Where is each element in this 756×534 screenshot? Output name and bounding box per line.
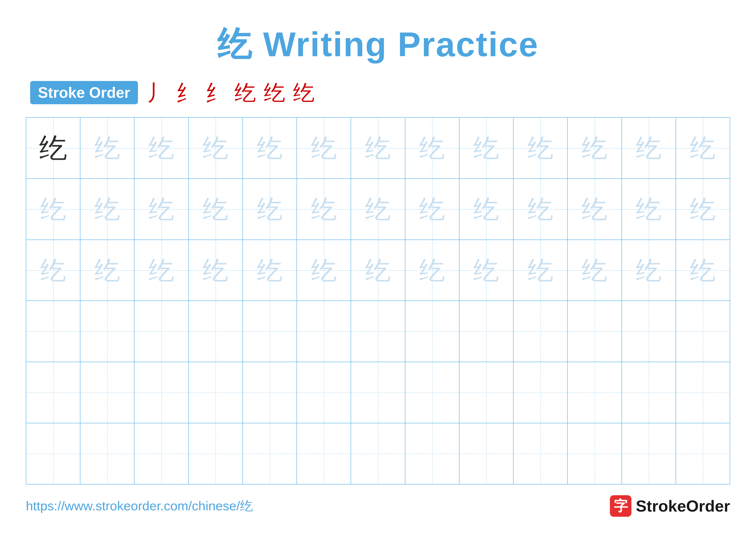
grid-cell-4-2[interactable] bbox=[80, 301, 134, 362]
grid-cell-5-9[interactable] bbox=[459, 362, 514, 423]
grid-cell-1-7[interactable]: 纥 bbox=[351, 117, 405, 178]
grid-cell-5-12[interactable] bbox=[622, 362, 676, 423]
grid-cell-1-13[interactable]: 纥 bbox=[676, 117, 730, 178]
stroke-step-5: 纥 bbox=[264, 82, 285, 103]
brand-icon: 字 bbox=[610, 495, 632, 517]
grid-cell-1-2[interactable]: 纥 bbox=[80, 117, 134, 178]
grid-cell-2-11[interactable]: 纥 bbox=[568, 179, 622, 240]
grid-cell-4-12[interactable] bbox=[622, 301, 676, 362]
grid-cell-2-8[interactable]: 纥 bbox=[405, 179, 459, 240]
grid-cell-4-4[interactable] bbox=[189, 301, 243, 362]
grid-cell-3-6[interactable]: 纥 bbox=[297, 240, 351, 301]
grid-cell-1-1[interactable]: 纥 bbox=[26, 117, 80, 178]
grid-cell-3-13[interactable]: 纥 bbox=[676, 240, 730, 301]
grid-cell-5-2[interactable] bbox=[80, 362, 134, 423]
grid-cell-6-2[interactable] bbox=[80, 423, 134, 484]
grid-cell-2-9[interactable]: 纥 bbox=[459, 179, 514, 240]
char-light: 纥 bbox=[636, 196, 662, 222]
grid-cell-1-9[interactable]: 纥 bbox=[459, 117, 514, 178]
grid-cell-5-11[interactable] bbox=[568, 362, 622, 423]
grid-cell-3-3[interactable]: 纥 bbox=[134, 240, 189, 301]
grid-row-2: 纥 纥 纥 纥 纥 纥 纥 纥 纥 纥 纥 纥 纥 bbox=[26, 179, 730, 240]
grid-cell-5-13[interactable] bbox=[676, 362, 730, 423]
stroke-step-4: 纥 bbox=[234, 82, 256, 103]
grid-cell-1-8[interactable]: 纥 bbox=[405, 117, 459, 178]
char-light: 纥 bbox=[94, 196, 120, 222]
brand-name: StrokeOrder bbox=[636, 497, 730, 515]
grid-cell-5-3[interactable] bbox=[134, 362, 189, 423]
grid-cell-6-11[interactable] bbox=[568, 423, 622, 484]
char-light: 纥 bbox=[202, 257, 229, 283]
grid-cell-6-4[interactable] bbox=[189, 423, 243, 484]
grid-cell-3-4[interactable]: 纥 bbox=[189, 240, 243, 301]
grid-cell-4-7[interactable] bbox=[351, 301, 405, 362]
char-light: 纥 bbox=[527, 257, 554, 283]
grid-cell-6-6[interactable] bbox=[297, 423, 351, 484]
grid-cell-2-10[interactable]: 纥 bbox=[514, 179, 568, 240]
title-char: 纥 bbox=[217, 25, 253, 64]
grid-cell-1-3[interactable]: 纥 bbox=[134, 117, 189, 178]
grid-cell-2-6[interactable]: 纥 bbox=[297, 179, 351, 240]
grid-cell-2-4[interactable]: 纥 bbox=[189, 179, 243, 240]
grid-cell-4-10[interactable] bbox=[514, 301, 568, 362]
grid-cell-1-5[interactable]: 纥 bbox=[243, 117, 297, 178]
grid-cell-3-11[interactable]: 纥 bbox=[568, 240, 622, 301]
grid-cell-4-1[interactable] bbox=[26, 301, 80, 362]
char-light: 纥 bbox=[148, 257, 174, 283]
grid-cell-5-6[interactable] bbox=[297, 362, 351, 423]
grid-cell-5-10[interactable] bbox=[514, 362, 568, 423]
char-light: 纥 bbox=[40, 257, 66, 283]
grid-cell-6-13[interactable] bbox=[676, 423, 730, 484]
grid-cell-3-10[interactable]: 纥 bbox=[514, 240, 568, 301]
char-light: 纥 bbox=[365, 257, 391, 283]
char-light: 纥 bbox=[419, 257, 445, 283]
char-light: 纥 bbox=[257, 257, 283, 283]
grid-cell-6-12[interactable] bbox=[622, 423, 676, 484]
char-light: 纥 bbox=[94, 257, 120, 283]
footer-url[interactable]: https://www.strokeorder.com/chinese/纥 bbox=[26, 497, 253, 515]
grid-cell-2-1[interactable]: 纥 bbox=[26, 179, 80, 240]
grid-cell-5-7[interactable] bbox=[351, 362, 405, 423]
grid-cell-5-8[interactable] bbox=[405, 362, 459, 423]
grid-cell-3-9[interactable]: 纥 bbox=[459, 240, 514, 301]
grid-cell-2-7[interactable]: 纥 bbox=[351, 179, 405, 240]
grid-cell-2-12[interactable]: 纥 bbox=[622, 179, 676, 240]
grid-cell-4-5[interactable] bbox=[243, 301, 297, 362]
grid-cell-2-3[interactable]: 纥 bbox=[134, 179, 189, 240]
grid-cell-1-11[interactable]: 纥 bbox=[568, 117, 622, 178]
grid-cell-3-1[interactable]: 纥 bbox=[26, 240, 80, 301]
grid-cell-3-5[interactable]: 纥 bbox=[243, 240, 297, 301]
grid-cell-2-13[interactable]: 纥 bbox=[676, 179, 730, 240]
grid-cell-6-9[interactable] bbox=[459, 423, 514, 484]
grid-cell-6-1[interactable] bbox=[26, 423, 80, 484]
grid-cell-2-5[interactable]: 纥 bbox=[243, 179, 297, 240]
grid-cell-4-13[interactable] bbox=[676, 301, 730, 362]
grid-cell-5-1[interactable] bbox=[26, 362, 80, 423]
grid-cell-4-3[interactable] bbox=[134, 301, 189, 362]
grid-cell-5-5[interactable] bbox=[243, 362, 297, 423]
grid-cell-1-10[interactable]: 纥 bbox=[514, 117, 568, 178]
grid-cell-5-4[interactable] bbox=[189, 362, 243, 423]
stroke-step-2: 纟 bbox=[176, 82, 198, 103]
grid-cell-6-10[interactable] bbox=[514, 423, 568, 484]
grid-cell-3-8[interactable]: 纥 bbox=[405, 240, 459, 301]
grid-cell-4-8[interactable] bbox=[405, 301, 459, 362]
grid-cell-4-6[interactable] bbox=[297, 301, 351, 362]
grid-cell-6-7[interactable] bbox=[351, 423, 405, 484]
char-light: 纥 bbox=[419, 135, 445, 161]
stroke-step-3: 纟 bbox=[205, 82, 227, 103]
grid-cell-3-12[interactable]: 纥 bbox=[622, 240, 676, 301]
grid-cell-3-7[interactable]: 纥 bbox=[351, 240, 405, 301]
grid-cell-6-3[interactable] bbox=[134, 423, 189, 484]
grid-cell-4-11[interactable] bbox=[568, 301, 622, 362]
grid-cell-2-2[interactable]: 纥 bbox=[80, 179, 134, 240]
grid-cell-3-2[interactable]: 纥 bbox=[80, 240, 134, 301]
grid-cell-1-4[interactable]: 纥 bbox=[189, 117, 243, 178]
grid-cell-1-12[interactable]: 纥 bbox=[622, 117, 676, 178]
brand-icon-char: 字 bbox=[614, 496, 628, 516]
grid-row-3: 纥 纥 纥 纥 纥 纥 纥 纥 纥 纥 纥 纥 纥 bbox=[26, 240, 730, 301]
grid-cell-6-5[interactable] bbox=[243, 423, 297, 484]
grid-cell-1-6[interactable]: 纥 bbox=[297, 117, 351, 178]
grid-cell-4-9[interactable] bbox=[459, 301, 514, 362]
grid-cell-6-8[interactable] bbox=[405, 423, 459, 484]
